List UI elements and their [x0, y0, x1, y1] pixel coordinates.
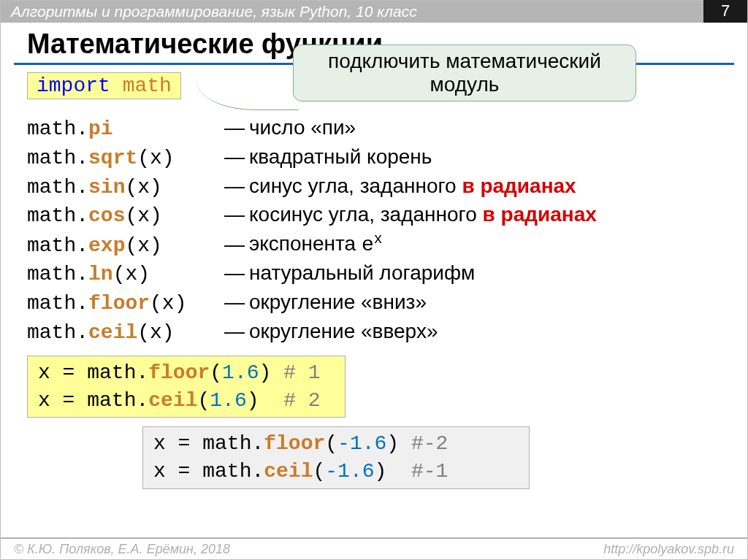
callout: подключить математический модуль — [293, 45, 636, 101]
function-row: math.cos(x)—косинус угла, заданного в ра… — [27, 201, 747, 230]
function-code: math.exp(x) — [27, 232, 224, 260]
function-row: math.ceil(x)—округление «вверх» — [27, 318, 747, 347]
dash: — — [224, 114, 245, 142]
page-number-box: 7 — [703, 0, 747, 23]
page-number: 7 — [721, 1, 730, 20]
footer: © К.Ю. Поляков, Е.А. Ерёмин, 2018 http:/… — [1, 537, 747, 559]
content: подключить математический модуль import … — [1, 65, 747, 489]
slide: Алгоритмы и программирование, язык Pytho… — [0, 0, 748, 560]
callout-tail — [196, 81, 299, 110]
dash: — — [224, 318, 245, 345]
dash: — — [224, 172, 245, 200]
function-row: math.exp(x)—экспонента ex — [27, 230, 747, 259]
dash: — — [224, 201, 245, 229]
function-description: округление «вверх» — [249, 318, 438, 345]
dash: — — [224, 231, 245, 258]
function-description: экспонента ex — [249, 230, 383, 259]
function-list: math.pi—число «пи»math.sqrt(x)—квадратны… — [27, 114, 747, 347]
function-code: math.ceil(x) — [27, 319, 224, 347]
function-row: math.pi—число «пи» — [27, 114, 747, 143]
import-box: import math — [27, 72, 181, 99]
footer-copyright: © К.Ю. Поляков, Е.А. Ерёмин, 2018 — [14, 542, 230, 557]
function-description: квадратный корень — [249, 143, 432, 171]
function-code: math.sqrt(x) — [27, 145, 224, 172]
function-description: косинус угла, заданного в радианах — [249, 201, 597, 229]
function-row: math.sqrt(x)—квадратный корень — [27, 143, 747, 172]
code-example-2: x = math.floor(-1.6) #-2 x = math.ceil(-… — [142, 426, 530, 489]
import-keyword: import — [37, 74, 110, 97]
function-description: синус угла, заданного в радианах — [249, 172, 576, 200]
function-description: округление «вниз» — [249, 288, 427, 316]
topbar-title: Алгоритмы и программирование, язык Pytho… — [11, 3, 417, 20]
function-code: math.pi — [27, 115, 224, 143]
footer-url: http://kpolyakov.spb.ru — [603, 542, 734, 557]
function-row: math.sin(x)—синус угла, заданного в ради… — [27, 172, 747, 202]
function-code: math.ln(x) — [27, 261, 224, 288]
function-row: math.ln(x)—натуральный логарифм — [27, 259, 747, 288]
import-module: math — [123, 74, 172, 97]
dash: — — [224, 143, 245, 171]
function-description: число «пи» — [249, 114, 356, 142]
function-description: натуральный логарифм — [249, 259, 475, 287]
function-code: math.floor(x) — [27, 290, 224, 318]
dash: — — [224, 288, 245, 316]
function-code: math.cos(x) — [27, 202, 224, 230]
code-example-1: x = math.floor(1.6) # 1 x = math.ceil(1.… — [27, 356, 346, 418]
function-row: math.floor(x)—округление «вниз» — [27, 288, 747, 318]
topbar: Алгоритмы и программирование, язык Pytho… — [1, 1, 747, 23]
function-code: math.sin(x) — [27, 174, 224, 202]
dash: — — [224, 259, 245, 287]
